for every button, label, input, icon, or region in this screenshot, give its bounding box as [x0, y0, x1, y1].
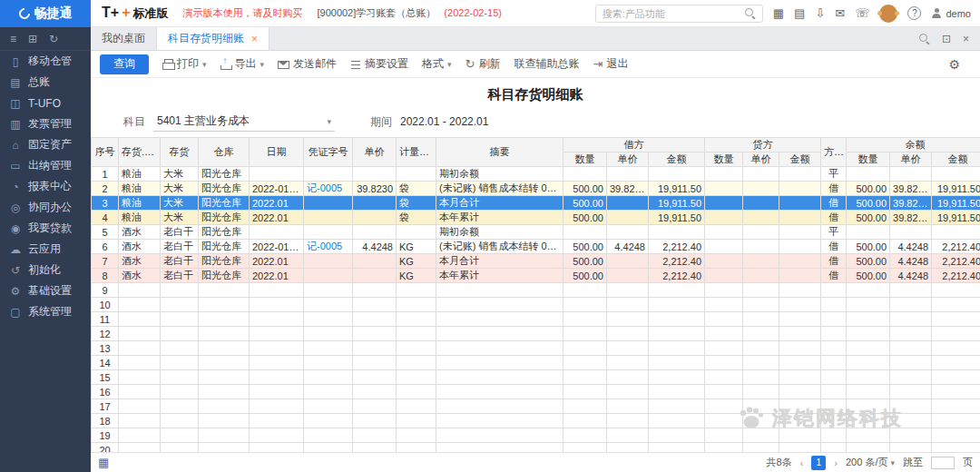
subject-select[interactable]: 5401 主营业务成本 ▾: [153, 112, 335, 132]
phone-icon[interactable]: ☏: [855, 7, 869, 19]
sidebar-item-label: 出纳管理: [28, 158, 72, 173]
sidebar-item-cashier-management[interactable]: ▭出纳管理: [0, 155, 91, 176]
search-icon[interactable]: [919, 34, 930, 44]
col-unit-price: 单价: [353, 138, 397, 167]
fullscreen-icon[interactable]: ⊡: [942, 33, 951, 45]
sidebar-item-label: 基础设置: [28, 283, 72, 299]
next-page-icon[interactable]: ›: [834, 457, 838, 468]
summary-settings-button[interactable]: 摘要设置: [350, 56, 408, 72]
monkey-avatar[interactable]: [879, 5, 897, 23]
user-name: demo: [946, 8, 971, 19]
product-edition: 标准版: [132, 5, 168, 22]
search-input[interactable]: [603, 8, 740, 19]
list-icon: [350, 59, 361, 70]
refresh-button[interactable]: ↻刷新: [466, 56, 501, 72]
table-row-empty[interactable]: 14: [92, 356, 980, 370]
table-row[interactable]: 3粮油大米阳光仓库2022.01袋本月合计500.0019,911.50借500…: [92, 196, 980, 211]
query-button[interactable]: 查询: [100, 54, 149, 74]
grid-view-icon[interactable]: ▦: [98, 456, 109, 469]
page-size-select[interactable]: 200 条/页 ▾: [846, 456, 895, 469]
sidebar-item-system-management[interactable]: ▢系统管理: [0, 301, 91, 322]
table-row-empty[interactable]: 16: [92, 385, 980, 399]
table-row-empty[interactable]: 18: [92, 414, 980, 428]
format-button[interactable]: 格式▾: [422, 56, 452, 72]
help-icon[interactable]: ?: [907, 6, 921, 20]
table-row[interactable]: 2粮油大米阳光仓库2022-01-31记-000539.8230袋(未记账) 销…: [92, 182, 980, 196]
page-size-value: 200 条/页: [846, 456, 887, 469]
user-menu[interactable]: demo: [931, 8, 971, 19]
apps-icon[interactable]: ▦: [773, 7, 784, 19]
exit-button[interactable]: ⇥退出: [593, 56, 629, 72]
subject-value: 5401 主营业务成本: [157, 113, 250, 129]
table-row[interactable]: 8酒水老白干阳光仓库2022.01KG本年累计500.002,212.40借50…: [92, 269, 980, 283]
table-row-empty[interactable]: 17: [92, 399, 980, 414]
sidebar-item-loan[interactable]: ◉我要贷款: [0, 218, 91, 239]
linked-aux-ledger-button[interactable]: 联查辅助总账: [514, 56, 580, 72]
sidebar-item-cloud-apps[interactable]: ☁云应用: [0, 239, 91, 260]
current-page-button[interactable]: 1: [811, 456, 826, 470]
prev-page-icon[interactable]: ‹: [800, 457, 804, 468]
voucher-link[interactable]: 记-0005: [307, 241, 342, 251]
table-row[interactable]: 7酒水老白干阳光仓库2022.01KG本月合计500.002,212.40借50…: [92, 254, 980, 269]
menu-icon[interactable]: ≡: [10, 33, 16, 45]
table-row-empty[interactable]: 19: [92, 428, 980, 443]
sidebar-item-t-ufo[interactable]: ◫T-UFO: [0, 93, 91, 113]
table-row-empty[interactable]: 15: [92, 370, 980, 385]
group-credit: 贷方: [705, 138, 821, 152]
sidebar-item-basic-settings[interactable]: ⚙基础设置: [0, 280, 91, 301]
tabstrip-tabs: 我的桌面科目存货明细账×: [91, 27, 270, 50]
sidebar-item-invoice-management[interactable]: ▥发票管理: [0, 113, 91, 134]
send-mail-button[interactable]: 发送邮件: [278, 56, 337, 72]
voucher-link[interactable]: 记-0005: [307, 182, 342, 193]
apps-grid-icon[interactable]: ⊞: [28, 33, 37, 45]
chevron-down-icon: ▾: [260, 60, 265, 69]
sidebar-item-mobile-warehouse[interactable]: ▯移动仓管: [0, 51, 91, 72]
download-icon[interactable]: ⇩: [815, 7, 825, 19]
col-uom: 计量单位: [397, 138, 436, 167]
sidebar-item-label: 固定资产: [28, 137, 72, 152]
period-label: 期间: [370, 114, 392, 130]
app-window: 畅捷通 T++ 标准版 演示版本使用，请及时购买 [900002]学习账套（总账…: [0, 0, 980, 472]
table-row-empty[interactable]: 10: [92, 298, 980, 312]
col-inventory: 存货: [161, 138, 199, 167]
table-row-empty[interactable]: 12: [92, 327, 980, 341]
page-title: 科目存货明细账: [91, 86, 980, 103]
debit-amount: 金额: [649, 152, 705, 167]
table-row[interactable]: 4粮油大米阳光仓库2022.01袋本年累计500.0019,911.50借500…: [92, 211, 980, 225]
total-count: 共8条: [767, 456, 792, 469]
doc-list-icon[interactable]: ▤: [794, 7, 805, 19]
message-icon[interactable]: ✉: [835, 7, 845, 19]
sidebar-item-general-ledger[interactable]: ▤总账: [0, 72, 91, 93]
jump-unit: 页: [963, 456, 973, 469]
toolbar-label: 格式: [422, 56, 444, 72]
export-button[interactable]: 导出▾: [220, 56, 265, 72]
search-icon[interactable]: [745, 8, 756, 19]
brand-logo[interactable]: 畅捷通: [0, 0, 91, 27]
close-icon[interactable]: ×: [963, 33, 969, 45]
chevron-down-icon: ▾: [202, 60, 207, 69]
sidebar-item-initialization[interactable]: ↺初始化: [0, 260, 91, 280]
product-search[interactable]: [595, 5, 763, 23]
sidebar-item-report-center[interactable]: ◔报表中心: [0, 176, 91, 197]
sidebar-item-fixed-assets[interactable]: ⌂固定资产: [0, 134, 91, 155]
table-row-empty[interactable]: 13: [92, 341, 980, 356]
table-row-empty[interactable]: 9: [92, 283, 980, 298]
tab-inactive[interactable]: 我的桌面: [91, 27, 157, 50]
sidebar-item-label: 协同办公: [28, 200, 72, 215]
jump-page-input[interactable]: [931, 457, 955, 469]
table-row[interactable]: 1粮油大米阳光仓库期初余额平: [92, 167, 980, 182]
product-logo: T++ 标准版: [102, 5, 168, 22]
sidebar-item-collaboration-office[interactable]: ◎协同办公: [0, 197, 91, 218]
print-button[interactable]: 打印▾: [162, 56, 207, 72]
sidebar-item-label: 云应用: [28, 241, 61, 257]
ledger-table-body: 1粮油大米阳光仓库期初余额平2粮油大米阳光仓库2022-01-31记-00053…: [92, 167, 980, 472]
sidebar-item-label: 发票管理: [28, 116, 72, 132]
tab-active[interactable]: 科目存货明细账×: [157, 27, 270, 50]
table-row[interactable]: 5酒水老白干阳光仓库期初余额平: [92, 225, 980, 240]
settings-gear-icon[interactable]: ⚙: [948, 57, 971, 72]
history-icon[interactable]: ↻: [49, 33, 58, 45]
tabstrip-right-icons: ⊡×: [908, 27, 980, 50]
table-row[interactable]: 6酒水老白干阳光仓库2022-01-31记-00054.4248KG(未记账) …: [92, 240, 980, 254]
close-icon[interactable]: ×: [251, 33, 258, 45]
table-row-empty[interactable]: 11: [92, 312, 980, 327]
